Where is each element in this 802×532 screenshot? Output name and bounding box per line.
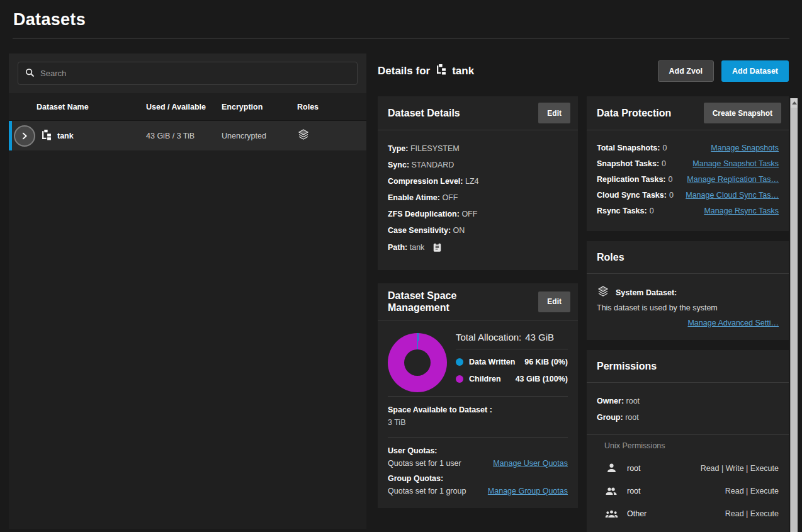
data-protection-card: Data Protection Create Snapshot Total Sn… (587, 96, 789, 231)
space-available-section: Space Available to Dataset : 3 TiB (378, 397, 578, 437)
group-quotas-label: Group Quotas: (388, 474, 568, 483)
table-row-tank[interactable]: tank 43 GiB / 3 TiB Unencrypted (9, 121, 366, 150)
search-box[interactable] (18, 62, 358, 85)
details-scrollbar[interactable] (790, 98, 798, 532)
snapshot-tasks-row: Snapshot Tasks:0 Manage Snapshot Tasks (597, 159, 779, 168)
column-header-roles[interactable]: Roles (297, 103, 366, 111)
children-dot (456, 375, 463, 383)
dataset-details-title: Dataset Details (388, 107, 460, 119)
data-protection-title: Data Protection (597, 107, 671, 119)
permission-entry-other: Other Read | Execute (604, 509, 779, 519)
owner-field: Owner: root (597, 397, 779, 405)
details-header: Details for tank Add Zvol Add Dataset (378, 60, 789, 82)
space-management-card: Dataset Space Management Edit Total Allo… (378, 283, 578, 508)
column-header-used-available[interactable]: Used / Available (146, 103, 222, 111)
quotas-section: User Quotas: Quotas set for 1 user Manag… (378, 438, 578, 508)
detail-field-sync: Sync: STANDARD (388, 161, 568, 169)
add-dataset-button[interactable]: Add Dataset (721, 60, 789, 82)
copy-clipboard-icon[interactable] (433, 245, 441, 254)
roles-card: Roles System Dataset: This dataset is us… (587, 241, 789, 340)
details-title-prefix: Details for (378, 65, 430, 77)
table-header: Dataset Name Used / Available Encryption… (9, 93, 366, 121)
system-dataset-layers-icon (297, 134, 310, 143)
content: Dataset Name Used / Available Encryption… (0, 39, 802, 529)
create-snapshot-button[interactable]: Create Snapshot (704, 103, 781, 123)
manage-user-quotas-link[interactable]: Manage User Quotas (493, 459, 568, 468)
total-allocation: Total Allocation:43 GiB (456, 328, 568, 349)
data-written-dot (456, 358, 463, 366)
details-panel: Details for tank Add Zvol Add Dataset (378, 39, 789, 529)
add-zvol-button[interactable]: Add Zvol (658, 60, 714, 82)
expand-row-button[interactable] (14, 125, 35, 147)
system-dataset-description: This dataset is used by the system (597, 303, 779, 312)
manage-replication-tasks-link[interactable]: Manage Replication Tas… (687, 175, 779, 184)
groups-icon (604, 509, 618, 519)
dataset-encryption: Unencrypted (222, 132, 297, 140)
search-icon (25, 68, 40, 79)
dataset-used-available: 43 GiB / 3 TiB (146, 132, 222, 140)
permission-entry-owner: root Read | Write | Execute (604, 463, 779, 473)
permissions-title: Permissions (597, 360, 657, 372)
permission-entry-group: root Read | Execute (604, 486, 779, 496)
scroll-up-arrow-icon (792, 101, 797, 105)
manage-group-quotas-link[interactable]: Manage Group Quotas (488, 487, 568, 495)
datasets-page: Datasets Dataset Name Used / Available E… (0, 0, 802, 532)
manage-snapshot-tasks-link[interactable]: Manage Snapshot Tasks (692, 159, 779, 168)
page-title: Datasets (0, 0, 802, 38)
replication-tasks-row: Replication Tasks:0 Manage Replication T… (597, 175, 779, 184)
search-input[interactable] (40, 69, 350, 78)
group-quotas-status: Quotas set for 1 group (388, 487, 466, 495)
details-title: Details for tank (378, 64, 474, 78)
dataset-tree-panel: Dataset Name Used / Available Encryption… (9, 54, 366, 529)
space-management-title: Dataset Space Management (388, 290, 489, 314)
dataset-name: tank (57, 132, 74, 140)
manage-rsync-tasks-link[interactable]: Manage Rsync Tasks (704, 207, 779, 215)
dataset-tree-icon (436, 64, 446, 78)
permissions-card: Permissions Owner: root Group: root Unix… (587, 350, 789, 532)
person-icon (604, 463, 618, 473)
dataset-roles-cell (297, 128, 366, 143)
user-quotas-label: User Quotas: (388, 446, 568, 455)
rsync-tasks-row: Rsync Tasks:0 Manage Rsync Tasks (597, 207, 779, 215)
chevron-right-icon (20, 132, 29, 140)
detail-field-type: Type: FILESYSTEM (388, 144, 568, 153)
dataset-details-edit-button[interactable]: Edit (538, 103, 570, 123)
manage-advanced-settings-link[interactable]: Manage Advanced Setti… (687, 319, 779, 327)
manage-cloud-sync-tasks-link[interactable]: Manage Cloud Sync Tas… (686, 191, 779, 200)
cloud-sync-tasks-row: Cloud Sync Tasks:0 Manage Cloud Sync Tas… (597, 191, 779, 200)
column-header-encryption[interactable]: Encryption (222, 103, 297, 111)
user-quotas-status: Quotas set for 1 user (388, 459, 461, 468)
legend-children: Children 43 GiB (100%) (456, 375, 568, 383)
group-field: Group: root (597, 413, 779, 422)
details-dataset-name: tank (452, 65, 474, 77)
dataset-details-card: Dataset Details Edit Type: FILESYSTEM Sy… (378, 96, 578, 270)
legend-data-written: Data Written 96 KiB (0%) (456, 358, 568, 366)
roles-title: Roles (597, 251, 624, 263)
scrollbar-up-button[interactable] (791, 98, 798, 108)
search-container (9, 54, 366, 93)
space-donut-chart (388, 333, 447, 392)
table-empty-space (9, 150, 366, 529)
detail-field-dedup: ZFS Deduplication: OFF (388, 210, 568, 218)
detail-field-atime: Enable Atime: OFF (388, 193, 568, 202)
system-dataset-label: System Dataset: (616, 288, 677, 297)
column-header-dataset-name[interactable]: Dataset Name (9, 103, 146, 111)
dataset-tree-icon (41, 130, 52, 142)
group-icon (604, 486, 618, 496)
manage-snapshots-link[interactable]: Manage Snapshots (711, 144, 779, 152)
space-management-edit-button[interactable]: Edit (538, 291, 570, 312)
detail-field-path: Path: tank (388, 242, 568, 254)
unix-permissions-heading: Unix Permissions (604, 441, 779, 450)
total-snapshots-row: Total Snapshots:0 Manage Snapshots (597, 144, 779, 152)
detail-field-compression: Compression Level: LZ4 (388, 177, 568, 186)
system-dataset-layers-icon (597, 285, 609, 300)
detail-field-case-sensitivity: Case Sensitivity: ON (388, 226, 568, 235)
